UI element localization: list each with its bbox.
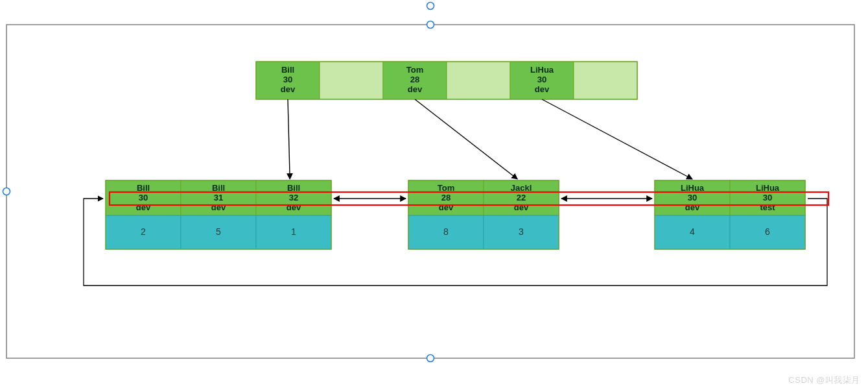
svg-point-3	[427, 355, 434, 362]
watermark: CSDN @叫我柒月	[788, 374, 860, 386]
bucket-empty	[574, 62, 637, 99]
svg-point-2	[427, 21, 434, 29]
entry-age: 28	[441, 193, 451, 202]
arrow-bucket-to-group-2	[542, 99, 692, 179]
diagram-canvas: Bill30devTom28devLiHua30devBill30dev2Bil…	[0, 0, 868, 390]
bucket-role: dev	[408, 84, 423, 94]
bucket-name: LiHua	[530, 65, 554, 75]
entry-age: 22	[517, 193, 526, 202]
entry-role: dev	[136, 202, 151, 212]
svg-point-1	[3, 188, 10, 195]
entry-value: 2	[141, 226, 146, 237]
entry-role: test	[760, 202, 775, 212]
arrow-bucket-to-group-0	[288, 99, 290, 179]
entry-role: dev	[439, 202, 454, 212]
bucket-role: dev	[535, 84, 550, 94]
entry-value: 1	[291, 226, 296, 237]
bucket-age: 30	[283, 75, 292, 84]
bucket-name: Tom	[406, 65, 423, 75]
group-2: LiHua30dev4LiHua30test6	[655, 180, 805, 249]
handle-top[interactable]	[427, 3, 434, 10]
entry-age: 30	[688, 193, 697, 202]
bucket-role: dev	[281, 84, 296, 94]
bucket-age: 28	[410, 75, 419, 84]
bucket-0: Bill30dev	[256, 62, 383, 99]
entry-role: dev	[514, 202, 529, 212]
bucket-1: Tom28dev	[383, 62, 510, 99]
bucket-empty	[320, 62, 383, 99]
entry-age: 32	[289, 193, 298, 202]
group-0: Bill30dev2Bill31dev5Bill32dev1	[106, 180, 331, 249]
bucket-name: Bill	[281, 65, 294, 75]
svg-point-0	[427, 3, 434, 10]
entry-age: 31	[214, 193, 223, 202]
entry-value: 3	[519, 226, 524, 237]
entry-value: 6	[765, 226, 770, 237]
handle-bottom-edge[interactable]	[427, 355, 434, 362]
handle-top-edge[interactable]	[427, 21, 434, 29]
entry-role: dev	[287, 202, 301, 212]
bucket-age: 30	[537, 75, 546, 84]
group-1: Tom28dev8Jackl22dev3	[408, 180, 559, 249]
bucket-empty	[447, 62, 510, 99]
bucket-2: LiHua30dev	[510, 62, 637, 99]
entry-age: 30	[763, 193, 772, 202]
entry-value: 4	[690, 226, 695, 237]
entry-value: 5	[216, 226, 221, 237]
arrow-bucket-to-group-1	[415, 99, 517, 179]
handle-left[interactable]	[3, 188, 10, 195]
entry-age: 30	[139, 193, 148, 202]
entry-role: dev	[685, 202, 700, 212]
entry-role: dev	[211, 202, 226, 212]
entry-value: 8	[443, 226, 449, 237]
